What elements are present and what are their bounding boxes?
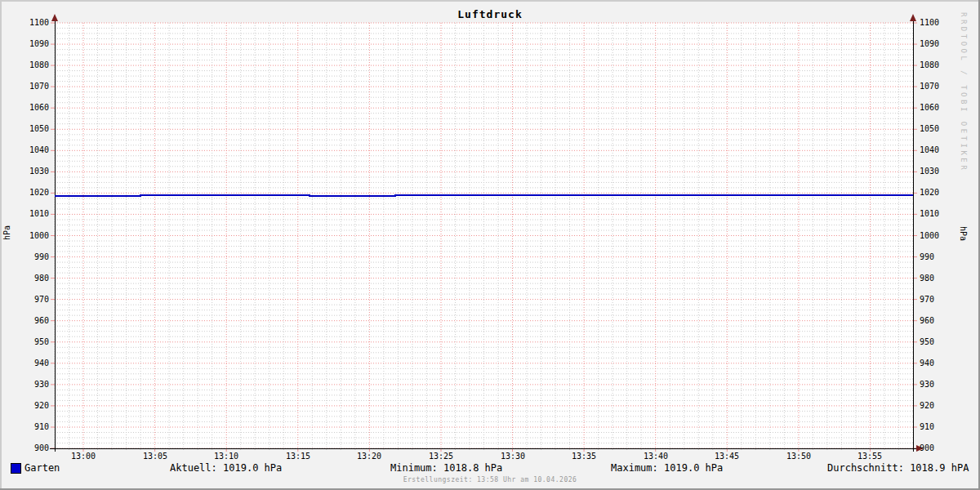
x-axis-tick-label: 13:30 bbox=[488, 452, 537, 461]
y-axis-tick-label-right: 930 bbox=[920, 380, 965, 390]
x-axis-tick-label: 13:35 bbox=[559, 452, 608, 461]
y-axis-tick-label-right: 920 bbox=[920, 401, 965, 411]
x-axis-tick-label: 13:55 bbox=[845, 452, 894, 461]
y-axis-tick-label-right: 1010 bbox=[920, 209, 965, 219]
frame-border-left bbox=[0, 0, 2, 490]
y-axis-tick-label-left: 990 bbox=[3, 252, 49, 262]
y-axis-tick-label-left: 940 bbox=[3, 359, 49, 368]
y-axis-tick-label-right: 1040 bbox=[920, 145, 965, 155]
chart-title: Luftdruck bbox=[0, 8, 980, 20]
y-axis-tick-label-left: 910 bbox=[3, 422, 49, 432]
y-axis-tick-label-left: 1080 bbox=[3, 60, 49, 70]
y-axis-tick-label-left: 950 bbox=[3, 337, 49, 347]
y-axis-tick-label-right: 980 bbox=[920, 274, 965, 283]
chart-plot-svg bbox=[0, 0, 980, 490]
y-axis-tick-label-right: 970 bbox=[920, 295, 965, 305]
y-axis-tick-label-right: 1060 bbox=[920, 103, 965, 113]
y-axis-tick-label-left: 1020 bbox=[3, 188, 49, 198]
x-axis-tick-label: 13:00 bbox=[59, 452, 108, 461]
y-axis-tick-label-left: 930 bbox=[3, 380, 49, 390]
y-axis-tick-label-left: 1040 bbox=[3, 145, 49, 155]
y-axis-tick-label-left: 980 bbox=[3, 274, 49, 283]
y-axis-tick-label-left: 970 bbox=[3, 295, 49, 305]
y-axis-tick-label-right: 940 bbox=[920, 359, 965, 368]
x-axis-tick-label: 13:05 bbox=[131, 452, 180, 461]
x-axis-tick-label: 13:10 bbox=[202, 452, 251, 461]
y-axis-tick-label-right: 1080 bbox=[920, 60, 965, 70]
y-axis-tick-label-left: 920 bbox=[3, 401, 49, 411]
y-axis-tick-label-left: 1090 bbox=[3, 39, 49, 49]
y-axis-tick-label-left: 1070 bbox=[3, 82, 49, 91]
y-axis-tick-label-right: 990 bbox=[920, 252, 965, 262]
y-axis-tick-label-left: 900 bbox=[3, 443, 49, 453]
y-axis-tick-label-left: 1000 bbox=[3, 231, 49, 241]
y-axis-tick-label-left: 960 bbox=[3, 316, 49, 326]
x-axis-tick-label: 13:25 bbox=[416, 452, 466, 461]
y-axis-tick-label-right: 1030 bbox=[920, 167, 965, 176]
y-axis-tick-label-left: 1060 bbox=[3, 103, 49, 113]
y-axis-tick-label-right: 1090 bbox=[920, 39, 965, 49]
x-axis-tick-label: 13:50 bbox=[774, 452, 823, 461]
legend-stat-aktuell: Aktuell: 1019.0 hPa bbox=[170, 462, 282, 474]
y-axis-tick-label-right: 960 bbox=[920, 316, 965, 326]
y-axis-tick-label-right: 1070 bbox=[920, 82, 965, 91]
rrdtool-graph-canvas: Luftdruck hPa hPa RRDTOOL / TOBI OETIKER… bbox=[0, 0, 980, 490]
x-axis-tick-label: 13:15 bbox=[274, 452, 323, 461]
footer-creation-time: Erstellungszeit: 13:58 Uhr am 10.04.2026 bbox=[0, 476, 980, 483]
x-axis-tick-label: 13:40 bbox=[631, 452, 680, 461]
legend-swatch bbox=[11, 463, 21, 474]
y-axis-tick-label-right: 1020 bbox=[920, 188, 965, 198]
frame-border-top bbox=[0, 0, 980, 2]
legend-stat-maximum: Maximum: 1019.0 hPa bbox=[611, 462, 723, 474]
legend-stat-minimum: Minimum: 1018.8 hPa bbox=[390, 462, 502, 474]
y-axis-tick-label-left: 1050 bbox=[3, 124, 49, 134]
x-axis-tick-label: 13:45 bbox=[702, 452, 751, 461]
y-axis-tick-label-right: 910 bbox=[920, 422, 965, 432]
y-axis-tick-label-left: 1100 bbox=[3, 18, 49, 28]
y-axis-tick-label-right: 950 bbox=[920, 337, 965, 347]
legend-stat-durchschnitt: Durchschnitt: 1018.9 hPA bbox=[827, 462, 969, 474]
y-axis-tick-label-right: 1000 bbox=[920, 231, 965, 241]
y-axis-tick-label-right: 1050 bbox=[920, 124, 965, 134]
y-axis-tick-label-left: 1010 bbox=[3, 209, 49, 219]
y-axis-tick-label-right: 900 bbox=[920, 443, 965, 453]
legend-series-name: Garten bbox=[24, 462, 60, 474]
y-axis-tick-label-left: 1030 bbox=[3, 167, 49, 176]
x-axis-tick-label: 13:20 bbox=[345, 452, 394, 461]
y-axis-tick-label-right: 1100 bbox=[920, 18, 965, 28]
